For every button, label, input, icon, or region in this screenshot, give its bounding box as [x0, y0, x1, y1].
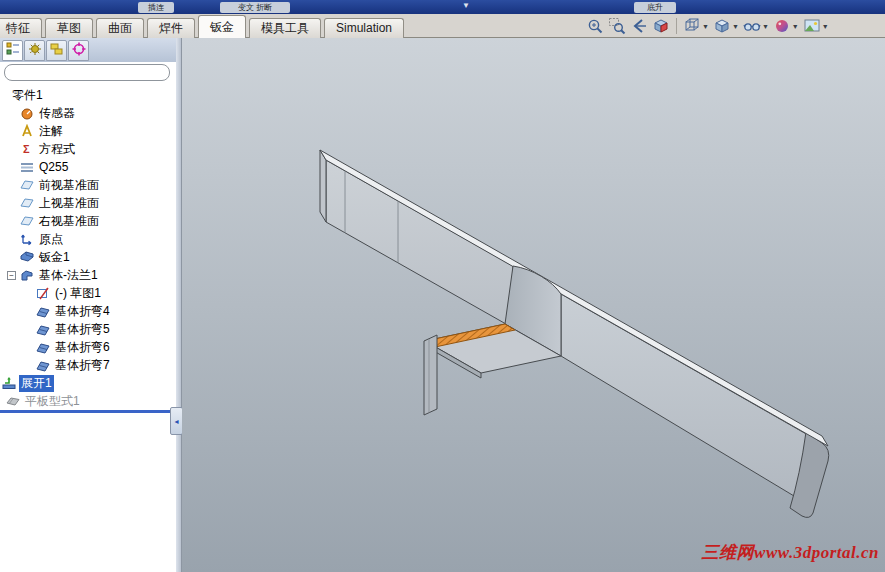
- tree-item[interactable]: 钣金1: [0, 248, 176, 266]
- material-icon: [20, 160, 34, 174]
- command-tab[interactable]: 特征: [0, 18, 42, 38]
- wall-left-end-cap[interactable]: [320, 150, 326, 222]
- command-tab[interactable]: 焊件: [147, 18, 195, 38]
- plane-icon: [20, 214, 34, 228]
- tree-item[interactable]: 原点: [0, 230, 176, 248]
- tree-item-label: 传感器: [37, 105, 77, 122]
- tree-filter-box[interactable]: [4, 64, 170, 81]
- feature-tree: 零件1传感器注解Σ方程式Q255前视基准面上视基准面右视基准面原点钣金1−基体-…: [0, 86, 176, 410]
- hide-show-items-button[interactable]: ▼: [742, 16, 770, 36]
- zoom-to-area-icon: [608, 17, 626, 35]
- flat-pattern-icon: [6, 394, 20, 408]
- dropdown-caret-icon[interactable]: ▼: [462, 1, 470, 10]
- tree-item[interactable]: (-) 草图1: [0, 284, 176, 302]
- top-toolbar-strip: ▼ 插连变文 折断底升: [0, 0, 885, 14]
- section-view-button[interactable]: [651, 16, 671, 36]
- view-orientation-button[interactable]: ▼: [682, 16, 710, 36]
- zoom-to-fit-button[interactable]: [585, 16, 605, 36]
- tree-item-label: 零件1: [10, 87, 45, 104]
- tree-item[interactable]: 上视基准面: [0, 194, 176, 212]
- tree-item[interactable]: 基体折弯5: [0, 320, 176, 338]
- previous-view-button[interactable]: [629, 16, 649, 36]
- dropdown-caret-icon[interactable]: ▼: [822, 23, 829, 30]
- plane-icon: [20, 196, 34, 210]
- wall-top-edge-face[interactable]: [320, 150, 828, 446]
- tree-item[interactable]: 基体折弯6: [0, 338, 176, 356]
- annotations-icon: [20, 124, 34, 138]
- dropdown-caret-icon[interactable]: ▼: [762, 23, 769, 30]
- commandmanager-tab-bar: 特征草图曲面焊件钣金模具工具Simulation ▼▼▼▼▼: [0, 14, 885, 38]
- command-tab[interactable]: 钣金: [198, 15, 246, 38]
- heads-up-view-toolbar: ▼▼▼▼▼: [584, 15, 831, 37]
- tree-item-label: 方程式: [37, 141, 77, 158]
- display-style-button[interactable]: ▼: [712, 16, 740, 36]
- tree-item-label: 注解: [37, 123, 65, 140]
- tree-item[interactable]: 展开1: [0, 374, 176, 392]
- equations-icon: Σ: [20, 142, 34, 156]
- origin-icon: [20, 232, 34, 246]
- previous-view-icon: [630, 17, 648, 35]
- sensors-icon: [20, 106, 34, 120]
- featuremanager-panel: 零件1传感器注解Σ方程式Q255前视基准面上视基准面右视基准面原点钣金1−基体-…: [0, 38, 176, 572]
- tree-item[interactable]: 基体折弯7: [0, 356, 176, 374]
- command-tab[interactable]: 草图: [45, 18, 93, 38]
- rollback-bar[interactable]: [0, 410, 176, 413]
- dropdown-caret-icon[interactable]: ▼: [792, 23, 799, 30]
- hide-show-items-icon: [743, 17, 761, 35]
- tree-item-label: 原点: [37, 231, 65, 248]
- tree-item-label: Q255: [37, 160, 70, 174]
- command-tab[interactable]: Simulation: [324, 18, 404, 38]
- watermark-text: 三维网www.3dportal.cn: [702, 541, 879, 564]
- wall-face-right[interactable]: [561, 294, 822, 502]
- tree-item-label: 前视基准面: [37, 177, 101, 194]
- bend-icon: [36, 340, 50, 354]
- graphics-viewport[interactable]: 三维网www.3dportal.cn: [182, 38, 885, 572]
- tree-collapse-toggle[interactable]: −: [7, 271, 16, 280]
- tree-item[interactable]: 右视基准面: [0, 212, 176, 230]
- tree-item[interactable]: 零件1: [0, 86, 176, 104]
- tree-item-label: 基体折弯7: [53, 357, 112, 374]
- tree-item[interactable]: 前视基准面: [0, 176, 176, 194]
- clipped-toolbar-button[interactable]: 底升: [634, 2, 676, 13]
- tree-item-label: 基体折弯5: [53, 321, 112, 338]
- tree-item[interactable]: 注解: [0, 122, 176, 140]
- tree-item-label: 展开1: [19, 375, 54, 392]
- bend-icon: [36, 322, 50, 336]
- apply-scene-button[interactable]: ▼: [802, 16, 830, 36]
- tree-item-label: (-) 草图1: [53, 285, 103, 302]
- configurationmanager-tab[interactable]: [46, 40, 67, 61]
- clipped-toolbar-button[interactable]: 变文 折断: [220, 2, 290, 13]
- dimxpert-tab[interactable]: [68, 40, 89, 61]
- tree-item-label: 右视基准面: [37, 213, 101, 230]
- branch-end-flange[interactable]: [424, 335, 437, 415]
- command-tab[interactable]: 曲面: [96, 18, 144, 38]
- tree-item[interactable]: 传感器: [0, 104, 176, 122]
- tree-item-label: 基体-法兰1: [37, 267, 100, 284]
- propertymanager-tab[interactable]: [24, 40, 45, 61]
- tree-item[interactable]: Q255: [0, 158, 176, 176]
- sheet-metal-part[interactable]: [182, 38, 885, 572]
- tree-item[interactable]: −基体-法兰1: [0, 266, 176, 284]
- dropdown-caret-icon[interactable]: ▼: [702, 23, 709, 30]
- plane-icon: [20, 178, 34, 192]
- solidworks-window: ▼ 插连变文 折断底升 特征草图曲面焊件钣金模具工具Simulation ▼▼▼…: [0, 0, 885, 572]
- clipped-toolbar-button[interactable]: 插连: [138, 2, 174, 13]
- edit-appearance-button[interactable]: ▼: [772, 16, 800, 36]
- dropdown-caret-icon[interactable]: ▼: [732, 23, 739, 30]
- tree-item[interactable]: Σ方程式: [0, 140, 176, 158]
- tree-item-label: 平板型式1: [23, 393, 82, 410]
- command-tab[interactable]: 模具工具: [249, 18, 321, 38]
- toolbar-separator: [676, 18, 677, 34]
- tree-item[interactable]: 平板型式1: [0, 392, 176, 410]
- svg-text:Σ: Σ: [23, 143, 30, 155]
- sketch-icon: [36, 286, 50, 300]
- zoom-to-area-button[interactable]: [607, 16, 627, 36]
- tree-item[interactable]: 基体折弯4: [0, 302, 176, 320]
- view-orientation-icon: [683, 17, 701, 35]
- zoom-to-fit-icon: [586, 17, 604, 35]
- unfold-icon: [2, 376, 16, 390]
- apply-scene-icon: [803, 17, 821, 35]
- dimxpert-tab-icon: [71, 41, 87, 61]
- featuremanager-tab[interactable]: [2, 40, 23, 61]
- tree-item-label: 上视基准面: [37, 195, 101, 212]
